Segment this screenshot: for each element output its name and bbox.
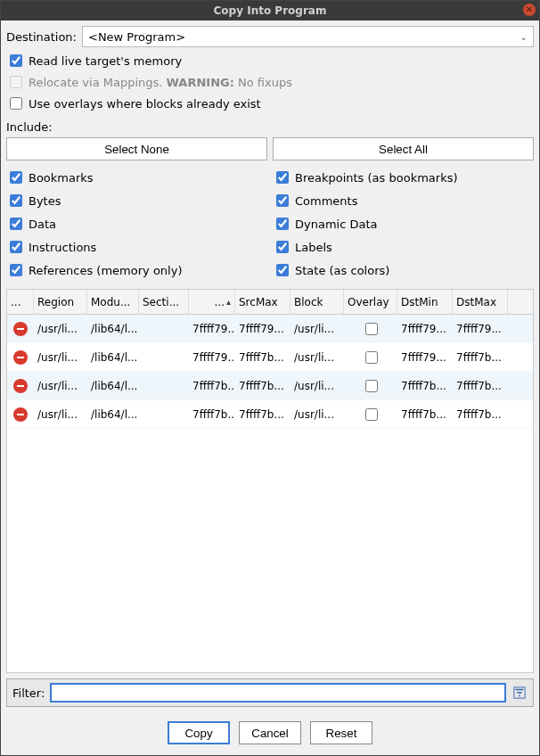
cell-dstmin: 7ffff79... (397, 315, 453, 342)
include-item-label: Dynamic Data (295, 218, 378, 231)
relocate-checkbox (10, 76, 22, 88)
filter-options-icon[interactable] (511, 685, 528, 701)
cell-srcmin: 7ffff79... (189, 315, 235, 342)
titlebar: Copy Into Program ✕ (1, 1, 539, 21)
filter-bar: Filter: (6, 678, 534, 707)
include-item[interactable]: Instructions (6, 237, 267, 257)
cell-remove[interactable] (7, 315, 34, 342)
include-checkbox[interactable] (10, 264, 22, 276)
cell-remove[interactable] (7, 343, 34, 371)
cell-srcmax: 7ffff7b... (235, 372, 290, 399)
cancel-button[interactable]: Cancel (239, 721, 301, 744)
cell-dstmin: 7ffff7b... (397, 372, 453, 399)
regions-table: ... Region Modu... Secti... ... ▴ SrcMax… (6, 289, 534, 673)
include-item[interactable]: Comments (273, 191, 534, 210)
chevron-down-icon: ⌄ (520, 32, 528, 42)
destination-value: <New Program> (88, 30, 185, 44)
table-row[interactable]: /usr/li.../lib64/l...7ffff7b...7ffff7b..… (7, 372, 533, 400)
col-srcmin[interactable]: ... ▴ (189, 290, 235, 314)
include-checkbox[interactable] (276, 218, 289, 230)
dialog-window: Copy Into Program ✕ Destination: <New Pr… (0, 0, 540, 756)
cell-overlay[interactable] (344, 315, 397, 342)
overlays-checkbox[interactable] (10, 97, 22, 110)
col-module[interactable]: Modu... (87, 290, 139, 314)
select-all-button[interactable]: Select All (273, 137, 534, 160)
remove-row-icon[interactable] (13, 407, 28, 422)
cell-remove[interactable] (7, 372, 34, 399)
cell-section (139, 343, 189, 371)
cell-region: /usr/li... (34, 400, 87, 428)
overlay-checkbox[interactable] (365, 380, 378, 392)
col-region[interactable]: Region (34, 290, 87, 314)
col-dstmax[interactable]: DstMax (453, 290, 508, 314)
include-item[interactable]: State (as colors) (273, 260, 534, 280)
include-item[interactable]: Labels (273, 237, 534, 257)
destination-select[interactable]: <New Program> ⌄ (82, 26, 534, 47)
cell-srcmin: 7ffff79... (189, 343, 235, 371)
cell-dstmax: 7ffff7b... (453, 372, 508, 399)
cell-srcmax: 7ffff79... (235, 315, 290, 342)
col-srcmax[interactable]: SrcMax (235, 290, 290, 314)
cell-block: /usr/li... (290, 372, 344, 399)
copy-button[interactable]: Copy (168, 721, 230, 744)
table-row[interactable]: /usr/li.../lib64/l...7ffff7b...7ffff7b..… (7, 400, 533, 429)
overlay-checkbox[interactable] (365, 323, 378, 335)
include-item-label: State (as colors) (295, 264, 389, 277)
col-block[interactable]: Block (290, 290, 344, 314)
include-checkbox[interactable] (10, 241, 22, 253)
col-dstmin[interactable]: DstMin (397, 290, 453, 314)
overlay-checkbox[interactable] (365, 408, 378, 421)
table-row[interactable]: /usr/li.../lib64/l...7ffff79...7ffff7b..… (7, 343, 533, 372)
window-title: Copy Into Program (214, 4, 327, 17)
include-item[interactable]: Bytes (6, 191, 267, 210)
include-checkbox[interactable] (276, 241, 289, 253)
cell-srcmin: 7ffff7b... (189, 372, 235, 399)
include-item[interactable]: Data (6, 214, 267, 234)
include-checkbox[interactable] (10, 218, 22, 230)
overlays-checkbox-row[interactable]: Use overlays where blocks already exist (6, 94, 534, 113)
cell-remove[interactable] (7, 400, 34, 428)
cell-dstmax: 7ffff7b... (453, 400, 508, 428)
include-checkbox[interactable] (276, 264, 289, 276)
include-item[interactable]: Dynamic Data (273, 214, 534, 234)
cell-section (139, 315, 189, 342)
include-checkbox[interactable] (276, 171, 289, 184)
include-item[interactable]: Breakpoints (as bookmarks) (273, 168, 534, 187)
close-icon[interactable]: ✕ (523, 4, 536, 16)
cell-overlay[interactable] (344, 400, 397, 428)
remove-row-icon[interactable] (13, 350, 28, 365)
cell-block: /usr/li... (290, 343, 344, 371)
cell-region: /usr/li... (34, 372, 87, 399)
table-row[interactable]: /usr/li.../lib64/l...7ffff79...7ffff79..… (7, 315, 533, 343)
cell-overlay[interactable] (344, 343, 397, 371)
col-remove[interactable]: ... (7, 290, 34, 314)
include-item-label: Comments (295, 194, 357, 208)
col-section[interactable]: Secti... (139, 290, 189, 314)
include-item[interactable]: Bookmarks (6, 168, 267, 187)
destination-label: Destination: (6, 30, 77, 44)
cell-overlay[interactable] (344, 372, 397, 399)
include-checkbox[interactable] (10, 171, 22, 184)
reset-button[interactable]: Reset (310, 721, 372, 744)
cell-block: /usr/li... (290, 400, 344, 428)
cell-section (139, 372, 189, 399)
overlay-checkbox[interactable] (365, 351, 378, 364)
cell-region: /usr/li... (34, 315, 87, 342)
include-checkbox[interactable] (276, 194, 289, 207)
remove-row-icon[interactable] (13, 379, 28, 393)
include-item[interactable]: References (memory only) (6, 260, 267, 280)
read-memory-checkbox-row[interactable]: Read live target's memory (6, 51, 534, 70)
include-item-label: Bookmarks (29, 171, 94, 185)
read-memory-checkbox[interactable] (10, 54, 22, 67)
select-none-button[interactable]: Select None (6, 137, 267, 160)
include-checkbox[interactable] (10, 194, 22, 207)
cell-module: /lib64/l... (87, 372, 139, 399)
remove-row-icon[interactable] (13, 322, 28, 336)
cell-section (139, 400, 189, 428)
filter-input[interactable] (50, 683, 506, 703)
overlays-label: Use overlays where blocks already exist (29, 97, 261, 111)
include-item-label: Instructions (29, 241, 96, 254)
col-overlay[interactable]: Overlay (344, 290, 397, 314)
include-item-label: Bytes (29, 194, 61, 208)
include-grid: BookmarksBreakpoints (as bookmarks)Bytes… (6, 168, 534, 280)
